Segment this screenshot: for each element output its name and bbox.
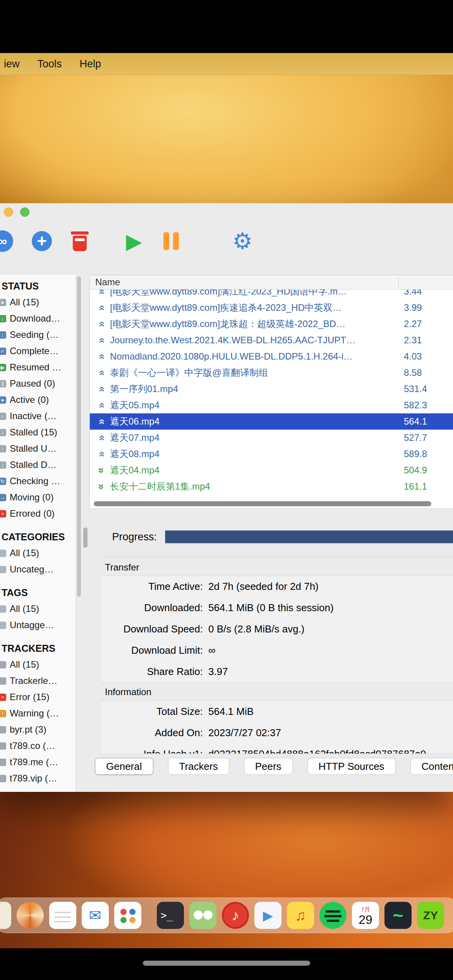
sidebar-entry[interactable]: ↑ Stalled U…: [0, 440, 76, 457]
sidebar-entry[interactable]: × Errored (0): [0, 505, 76, 522]
progress-bar: [165, 530, 453, 543]
sidebar-entry-label: Untagge…: [10, 620, 54, 630]
sidebar-entry[interactable]: TRACKERS: [0, 640, 76, 656]
torrent-name: 遮天05.mp4: [110, 399, 396, 411]
table-row[interactable]: » [电影天堂www.dytt89.com]疾速追杀4-2023_HD中英双… …: [90, 300, 453, 316]
resume-button[interactable]: ▶: [123, 230, 145, 253]
sidebar-entry[interactable]: TAGS: [0, 584, 76, 601]
sidebar-entry[interactable]: All (15): [0, 656, 76, 673]
sidebar-entry[interactable]: ▶ Resumed …: [0, 359, 76, 375]
sidebar-entry[interactable]: ↕ Stalled (15): [0, 424, 76, 440]
torrent-name: [电影天堂www.dytt89.com]满江红-2023_HD国语中字.m…: [110, 290, 396, 298]
add-torrent-link-button[interactable]: ∞: [0, 230, 13, 252]
transfer-row-value: 2d 7h (seeded for 2d 7h): [208, 581, 453, 593]
sidebar-entry-label: All (15): [10, 297, 39, 308]
torrent-value: 3.44: [404, 290, 422, 297]
delete-button[interactable]: [69, 230, 91, 253]
menu-item[interactable]: Tools: [38, 58, 62, 70]
sidebar-scrollbar-thumb[interactable]: [77, 276, 81, 597]
home-indicator[interactable]: [143, 961, 310, 966]
sidebar-entry[interactable]: ✓ Complete…: [0, 343, 76, 359]
partial-app-icon[interactable]: [0, 902, 11, 929]
sidebar-entry-icon: [0, 622, 6, 629]
details-tab[interactable]: General: [95, 758, 153, 775]
add-torrent-button[interactable]: +: [32, 231, 52, 251]
sidebar-entry[interactable]: t789.co (…: [0, 738, 76, 754]
sidebar-entry[interactable]: CATEGORIES: [0, 529, 76, 545]
sidebar-entry-icon: ↓: [0, 461, 6, 469]
zy-app-icon[interactable]: ZY: [417, 902, 444, 929]
sidebar-entry-icon: [0, 742, 6, 750]
table-row[interactable]: » 遮天04.mp4 504.9: [90, 462, 453, 478]
sidebar-entry[interactable]: t789.vip (…: [0, 770, 76, 786]
sidebar-entry-label: CATEGORIES: [2, 531, 65, 543]
sidebar-entry[interactable]: ∥ Paused (0): [0, 375, 76, 392]
table-row[interactable]: » [电影天堂www.dytt89.com]龙珠超：超级英雄-2022_BD… …: [90, 316, 453, 332]
sidebar-entry-icon: [0, 759, 6, 766]
swirl-browser-icon[interactable]: [17, 902, 44, 929]
sidebar-entry[interactable]: → Moving (0): [0, 489, 76, 505]
sidebar-entry[interactable]: Uncateg…: [0, 561, 76, 577]
sidebar-entry[interactable]: Trackerle…: [0, 673, 76, 689]
pause-button[interactable]: [160, 230, 182, 253]
menu-item[interactable]: iew: [4, 58, 20, 70]
details-tab[interactable]: Content: [410, 758, 453, 775]
sidebar-scrollbar[interactable]: [76, 275, 82, 792]
activity-monitor-icon[interactable]: ~: [384, 902, 412, 929]
table-header[interactable]: Name: [90, 275, 453, 290]
table-horizontal-scrollbar[interactable]: [94, 501, 431, 506]
sidebar-entry[interactable]: ↑ Seeding (…: [0, 327, 76, 343]
table-row[interactable]: » 遮天06.mp4 564.1: [90, 413, 453, 430]
notes-icon[interactable]: [49, 902, 76, 929]
sidebar-entry[interactable]: × Error (15): [0, 689, 76, 705]
dock-icon-glyph: ZY: [423, 910, 438, 921]
table-row[interactable]: » 第一序列01.mp4 531.4: [90, 381, 453, 397]
pause-icon: [163, 232, 169, 250]
table-row[interactable]: » 遮天05.mp4 582.3: [90, 397, 453, 413]
pane-splitter-handle[interactable]: [83, 528, 88, 548]
mail-icon[interactable]: ✉: [82, 902, 109, 929]
table-row[interactable]: » [电影天堂www.dytt89.com]满江红-2023_HD国语中字.m……: [90, 290, 453, 300]
details-tab[interactable]: Peers: [244, 758, 293, 775]
sidebar-entry[interactable]: All (15): [0, 601, 76, 617]
sidebar-entry[interactable]: STATUS: [0, 278, 76, 294]
netease-music-icon[interactable]: ♪: [222, 902, 249, 929]
sidebar-entry[interactable]: ● Active (0): [0, 392, 76, 408]
panda-app-icon[interactable]: [189, 902, 216, 929]
transfer-row-label: Download Limit:: [100, 644, 203, 656]
table-row[interactable]: » 泰剧《一心一译》中字版@喜翻译制组 8.58: [90, 365, 453, 381]
table-row[interactable]: » 遮天07.mp4 527.7: [90, 430, 453, 446]
sidebar-entry-label: Download…: [10, 313, 60, 324]
sidebar-entry[interactable]: byr.pt (3): [0, 721, 76, 738]
sidebar-entry[interactable]: ↓ Download…: [0, 310, 76, 327]
details-tab[interactable]: HTTP Sources: [307, 758, 396, 775]
sidebar-entry[interactable]: t789.me (…: [0, 754, 76, 770]
sidebar-entry[interactable]: ↻ Checking …: [0, 473, 76, 489]
menu-item[interactable]: Help: [80, 58, 101, 70]
sidebar-entry[interactable]: Untagge…: [0, 617, 76, 633]
torrent-value: 504.9: [404, 465, 427, 476]
table-row[interactable]: » Journey.to.the.West.2021.4K.WEB-DL.H26…: [90, 332, 453, 348]
spotify-icon[interactable]: [319, 902, 347, 929]
video-player-icon[interactable]: ▶: [254, 902, 281, 929]
options-button[interactable]: ⚙: [231, 229, 254, 254]
sidebar-entry[interactable]: ! Warning (…: [0, 705, 76, 721]
sidebar-entry[interactable]: ● All (15): [0, 294, 76, 310]
name-column-header[interactable]: Name: [90, 277, 120, 288]
sidebar-entry[interactable]: ○ Inactive (…: [0, 408, 76, 424]
details-tab[interactable]: Trackers: [168, 758, 229, 775]
table-rows: » [电影天堂www.dytt89.com]满江红-2023_HD国语中字.m……: [90, 290, 453, 509]
terminal-icon[interactable]: >_: [157, 902, 184, 929]
table-row[interactable]: » 长安十二时辰第1集.mp4 161.1: [90, 478, 453, 495]
calendar-icon[interactable]: 7月 29: [352, 902, 379, 929]
table-row[interactable]: » 遮天08.mp4 589.8: [90, 446, 453, 462]
torrent-value: 2.31: [404, 335, 422, 346]
sidebar-entry[interactable]: All (15): [0, 545, 76, 561]
minimize-button[interactable]: [4, 207, 13, 217]
sidebar-entry[interactable]: ↓ Stalled D…: [0, 457, 76, 473]
qq-music-icon[interactable]: ♫: [287, 902, 314, 929]
table-row[interactable]: » Nomadland.2020.1080p.HULU.WEB-DL.DDP5.…: [90, 348, 453, 365]
launchpad-icon[interactable]: [114, 902, 141, 929]
sidebar-entry-icon: ×: [0, 510, 6, 517]
zoom-button[interactable]: [20, 207, 29, 217]
